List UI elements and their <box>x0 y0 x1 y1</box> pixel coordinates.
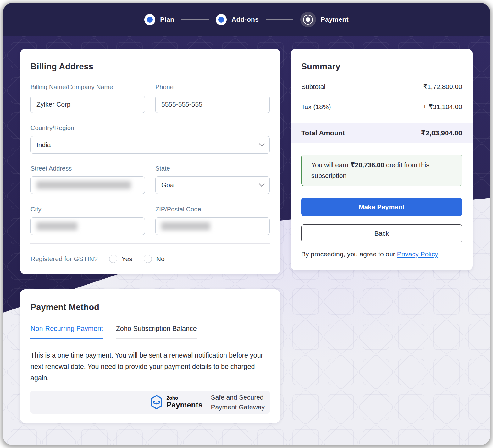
subtotal-value: ₹1,72,800.00 <box>423 83 462 90</box>
summary-card: Summary Subtotal ₹1,72,800.00 Tax (18%) … <box>291 49 473 270</box>
state-label: State <box>155 165 270 172</box>
state-select[interactable]: Goa <box>155 176 270 194</box>
country-select[interactable]: India <box>30 136 270 154</box>
step-plan-radio-icon <box>144 14 155 25</box>
page-background: Billing Address Billing Name/Company Nam… <box>3 36 490 445</box>
gateway-tagline-line1: Safe and Secured <box>211 392 265 402</box>
tab-zoho-subscription-balance[interactable]: Zoho Subscription Balance <box>116 325 197 339</box>
radio-unchecked-icon <box>144 255 152 263</box>
payment-method-card: Payment Method Non-Recurring Payment Zoh… <box>20 289 280 423</box>
billing-name-label: Billing Name/Company Name <box>30 84 145 91</box>
street-address-redacted-value <box>36 181 131 189</box>
payments-brand-name: Payments <box>166 401 202 409</box>
summary-row-tax: Tax (18%) + ₹31,104.00 <box>301 103 462 111</box>
summary-row-subtotal: Subtotal ₹1,72,800.00 <box>301 83 462 90</box>
country-select-value: India <box>36 141 51 149</box>
chevron-down-icon <box>259 141 264 146</box>
total-amount-label: Total Amount <box>301 129 345 137</box>
step-addons[interactable]: Add-ons <box>216 14 259 25</box>
step-payment[interactable]: Payment <box>300 12 349 27</box>
gateway-tagline-line2: Payment Gateway <box>211 402 265 412</box>
city-input[interactable] <box>30 217 145 235</box>
stepper-connector <box>181 19 209 20</box>
total-amount-value: ₹2,03,904.00 <box>421 129 462 137</box>
step-plan-label: Plan <box>160 16 174 23</box>
tab-non-recurring-payment[interactable]: Non-Recurring Payment <box>30 325 103 339</box>
state-select-value: Goa <box>161 181 174 189</box>
gateway-strip: Zoho Payments Safe and Secured Payment G… <box>30 391 270 414</box>
billing-address-title: Billing Address <box>30 62 270 72</box>
phone-input[interactable] <box>155 96 270 113</box>
step-addons-radio-icon <box>216 14 227 25</box>
back-button[interactable]: Back <box>301 224 462 242</box>
stepper-connector <box>266 19 293 20</box>
step-addons-label: Add-ons <box>231 16 259 23</box>
gateway-tagline: Safe and Secured Payment Gateway <box>211 392 265 412</box>
city-redacted-value <box>36 222 77 230</box>
gstin-question-label: Registered for GSTIN? <box>30 255 98 263</box>
payment-method-tabs: Non-Recurring Payment Zoho Subscription … <box>30 325 270 339</box>
credit-note-prefix: You will earn <box>311 161 350 168</box>
privacy-policy-link[interactable]: Privacy Policy <box>397 250 438 258</box>
total-amount-band: Total Amount ₹2,03,904.00 <box>291 123 473 143</box>
street-address-label: Street Address <box>30 165 145 172</box>
billing-name-input[interactable] <box>30 96 145 113</box>
tax-value: + ₹31,104.00 <box>423 103 462 111</box>
credit-amount: ₹20,736.00 <box>350 161 384 168</box>
chevron-down-icon <box>259 181 264 187</box>
step-plan[interactable]: Plan <box>144 14 174 25</box>
agreement-text: By proceeding, you agree to our Privacy … <box>301 250 462 258</box>
gstin-no-label: No <box>156 255 165 263</box>
step-payment-radio-icon <box>300 12 316 27</box>
agreement-prefix: By proceeding, you agree to our <box>301 250 397 258</box>
billing-address-card: Billing Address Billing Name/Company Nam… <box>20 49 280 274</box>
make-payment-button[interactable]: Make Payment <box>301 198 462 216</box>
gstin-no-radio[interactable]: No <box>144 255 165 263</box>
summary-title: Summary <box>301 62 462 72</box>
tax-label: Tax (18%) <box>301 103 331 111</box>
step-payment-label: Payment <box>321 16 349 23</box>
city-label: City <box>30 206 145 213</box>
divider <box>30 243 270 244</box>
checkout-window: Plan Add-ons Payment <box>3 3 490 445</box>
payment-method-description: This is a one time payment. You will be … <box>30 350 268 384</box>
gstin-yes-label: Yes <box>122 255 132 263</box>
gstin-yes-radio[interactable]: Yes <box>109 255 132 263</box>
radio-unchecked-icon <box>109 255 117 263</box>
zoho-payments-logo-icon <box>150 395 163 410</box>
zoho-brand-name: Zoho <box>166 396 202 400</box>
stepper-header: Plan Add-ons Payment <box>3 3 490 36</box>
zip-input[interactable] <box>155 217 270 235</box>
street-address-input[interactable] <box>30 176 145 194</box>
stepper: Plan Add-ons Payment <box>144 12 349 27</box>
credit-earn-note: You will earn ₹20,736.00 credit from thi… <box>301 155 462 186</box>
zoho-payments-brand: Zoho Payments <box>150 395 202 410</box>
subtotal-label: Subtotal <box>301 83 325 90</box>
zip-redacted-value <box>161 222 210 230</box>
payment-method-title: Payment Method <box>30 303 270 312</box>
zip-label: ZIP/Postal Code <box>155 206 270 213</box>
country-label: Country/Region <box>30 124 270 132</box>
phone-label: Phone <box>155 84 270 91</box>
